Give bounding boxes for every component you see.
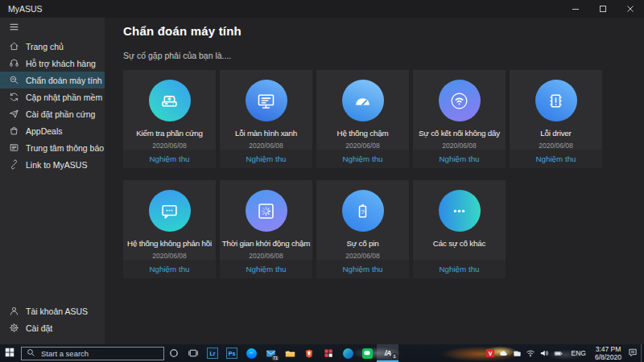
card-footer: Nghiệm thu (220, 150, 312, 168)
tray-battery[interactable] (552, 344, 564, 362)
diagnostic-card-su-co-pin[interactable]: ?Sự cố pin2020/06/08Nghiệm thu (316, 180, 409, 278)
sidebar-item-label: Tài khoản ASUS (26, 306, 88, 316)
clock-time: 3:47 PM (595, 345, 621, 353)
taskbar-app-myasus[interactable]: /A1 (377, 344, 398, 362)
card-title: Kiểm tra phần cứng (136, 129, 202, 138)
card-icon-circle (246, 80, 287, 121)
sidebar-item-label: Cập nhật phần mềm (26, 93, 102, 102)
card-footer: Nghiệm thu (413, 150, 506, 168)
taskbar-app-messenger[interactable] (242, 344, 261, 362)
card-icon-circle (149, 80, 191, 121)
taskbar-app-task-view[interactable] (184, 344, 203, 362)
edge-icon (343, 348, 353, 359)
myasus-window: MyASUS Trang chủHỗ trợ khách hàngChẩn đo… (0, 0, 644, 362)
sidebar-item-cai-dat-phan-cung[interactable]: Cài đặt phần cứng (0, 105, 105, 122)
card-icon-circle (439, 80, 481, 121)
sidebar-item-trang-chu[interactable]: Trang chủ (0, 38, 105, 55)
action-center-icon (628, 346, 638, 360)
card-action-link[interactable]: Nghiệm thu (342, 154, 382, 163)
tray-volume[interactable] (539, 344, 550, 362)
diagnostic-card-he-thong-cham[interactable]: Hệ thống chậm2020/06/08Nghiệm thu (316, 70, 409, 168)
card-action-link[interactable]: Nghiệm thu (439, 265, 479, 274)
card-footer: Nghiệm thu (316, 150, 409, 168)
hamburger-menu-button[interactable] (0, 21, 105, 35)
card-action-link[interactable]: Nghiệm thu (246, 154, 286, 163)
card-row: Kiểm tra phần cứng2020/06/08Nghiệm thuLỗ… (123, 70, 644, 168)
card-icon-circle (439, 190, 481, 232)
tray-wallet[interactable] (512, 344, 522, 362)
show-desktop-button[interactable] (641, 344, 644, 362)
diagnostic-card-kiem-tra-phan-cung[interactable]: Kiểm tra phần cứng2020/06/08Nghiệm thu (123, 70, 216, 168)
diagnostic-card-he-thong-khong-phan-hoi[interactable]: Hệ thống không phản hồi2020/06/08Nghiệm … (123, 180, 216, 278)
home-icon (9, 41, 19, 51)
card-icon-circle: ? (342, 190, 384, 232)
card-icon-circle (246, 190, 287, 232)
tray-language[interactable]: ENG (567, 344, 589, 362)
sidebar-item-chan-doan-may-tinh[interactable]: Chẩn đoán máy tính (0, 72, 105, 88)
cortana-icon (169, 348, 179, 358)
taskbar-app-brave[interactable] (299, 344, 319, 362)
diagnostic-cards: Kiểm tra phần cứng2020/06/08Nghiệm thuLỗ… (123, 70, 644, 278)
windows-start-icon (5, 346, 14, 360)
tray-onedrive[interactable] (497, 344, 510, 362)
card-title: Hệ thống chậm (337, 129, 389, 138)
network-wifi-icon (526, 348, 535, 358)
diagnostic-card-thoi-gian-khoi-dong-cham[interactable]: Thời gian khởi động chậm2020/06/08Nghiệm… (220, 180, 312, 278)
taskbar-app-app-grid[interactable] (319, 344, 338, 362)
sidebar-item-link-to-myasus[interactable]: Link to MyASUS (0, 156, 105, 173)
sidebar-item-label: Link to MyASUS (26, 160, 87, 170)
sidebar-item-trung-tam-thong-bao[interactable]: Trung tâm thông báo (0, 139, 105, 156)
taskbar-app-file-explorer[interactable] (280, 344, 299, 362)
minimize-button[interactable] (562, 0, 589, 18)
diagnostic-card-loi-driver[interactable]: Lỗi driver2020/06/08Nghiệm thu (510, 70, 602, 168)
taskbar-app-edge[interactable] (338, 344, 357, 362)
card-date: 2020/06/08 (539, 142, 573, 150)
taskbar-app-lightroom[interactable]: Lr (203, 344, 222, 362)
card-title: Lỗi màn hình xanh (235, 129, 297, 138)
start-button[interactable] (0, 344, 19, 362)
sidebar-item-label: Hỗ trợ khách hàng (26, 59, 96, 68)
card-action-link[interactable]: Nghiệm thu (535, 154, 576, 163)
sidebar-item-appdeals[interactable]: AppDeals (0, 122, 105, 139)
taskbar: LrPs71/A1 VENG 3:47 PM 6/8/2020 (0, 344, 644, 362)
sidebar-item-ho-tro-khach-hang[interactable]: Hỗ trợ khách hàng (0, 55, 105, 72)
page-subtitle: Sự cố gặp phải của bạn là.... (123, 51, 644, 60)
card-title: Hệ thống không phản hồi (127, 239, 212, 248)
taskbar-search[interactable] (21, 347, 164, 360)
card-date: 2020/06/08 (152, 252, 187, 260)
myasus-icon: /A (385, 348, 391, 357)
diagnosis-icon (9, 75, 19, 85)
tray-network[interactable] (525, 344, 536, 362)
card-date: 2020/06/08 (345, 252, 380, 260)
close-button[interactable] (617, 0, 644, 18)
link-icon (9, 159, 19, 170)
sidebar-item-cap-nhat-phan-mem[interactable]: Cập nhật phần mềm (0, 88, 105, 105)
action-center-button[interactable] (625, 344, 641, 362)
sidebar-item-tai-khoan-asus[interactable]: Tài khoản ASUS (0, 302, 105, 319)
taskbar-app-mail[interactable]: 71 (261, 344, 280, 362)
diagnostic-card-cac-su-co-khac[interactable]: Các sự cố khácNghiệm thu (413, 180, 506, 278)
app-body: Trang chủHỗ trợ khách hàngChẩn đoán máy … (0, 18, 644, 344)
account-icon (9, 306, 19, 316)
card-action-link[interactable]: Nghiệm thu (439, 154, 479, 163)
card-title: Thời gian khởi động chậm (222, 239, 310, 248)
messenger-icon (246, 348, 257, 359)
taskbar-clock[interactable]: 3:47 PM 6/8/2020 (592, 345, 625, 361)
taskbar-app-photoshop[interactable]: Ps (222, 344, 242, 362)
speedometer-icon (352, 90, 374, 112)
card-action-link[interactable]: Nghiệm thu (342, 265, 382, 274)
sidebar: Trang chủHỗ trợ khách hàngChẩn đoán máy … (0, 18, 105, 344)
card-action-link[interactable]: Nghiệm thu (149, 154, 189, 163)
language-indicator: ENG (568, 349, 588, 357)
search-input[interactable] (41, 349, 154, 358)
brave-icon (304, 348, 314, 359)
diagnostic-card-su-co-ket-noi-khong-day[interactable]: Sự cố kết nối không dây2020/06/08Nghiệm … (413, 70, 506, 168)
taskbar-app-cortana[interactable] (164, 344, 184, 362)
diagnostic-card-loi-man-hinh-xanh[interactable]: Lỗi màn hình xanh2020/06/08Nghiệm thu (220, 70, 312, 168)
card-action-link[interactable]: Nghiệm thu (246, 265, 286, 274)
sidebar-item-cai-dat[interactable]: Cài đặt (0, 319, 105, 336)
card-action-link[interactable]: Nghiệm thu (149, 265, 189, 274)
taskbar-app-line[interactable] (357, 344, 377, 362)
tray-v-app[interactable]: V (485, 344, 495, 362)
maximize-button[interactable] (589, 0, 617, 18)
